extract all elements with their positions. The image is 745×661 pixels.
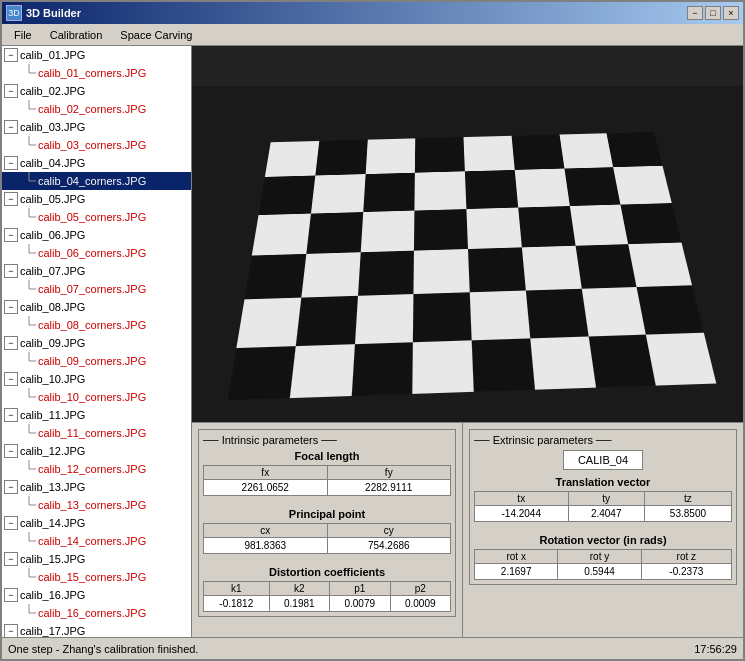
expand-icon-calib_02[interactable]: − [4, 84, 18, 98]
expand-icon-calib_09[interactable]: − [4, 336, 18, 350]
expand-icon-calib_08[interactable]: − [4, 300, 18, 314]
expand-icon-calib_07[interactable]: − [4, 264, 18, 278]
tree-child-calib_16[interactable]: calib_16_corners.JPG [2, 604, 191, 622]
expand-icon-calib_14[interactable]: − [4, 516, 18, 530]
main-window: 3D 3D Builder − □ × File Calibration Spa… [0, 0, 745, 661]
app-icon: 3D [6, 5, 22, 21]
tree-child-calib_06[interactable]: calib_06_corners.JPG [2, 244, 191, 262]
expand-icon-calib_15[interactable]: − [4, 552, 18, 566]
checker-cell-4-7 [636, 286, 703, 335]
expand-icon-calib_06[interactable]: − [4, 228, 18, 242]
tree-parent-calib_11[interactable]: −calib_11.JPG [2, 406, 191, 424]
tree-parent-calib_12[interactable]: −calib_12.JPG [2, 442, 191, 460]
tree-parent-calib_03[interactable]: −calib_03.JPG [2, 118, 191, 136]
checker-cell-3-5 [521, 246, 581, 291]
expand-icon-calib_04[interactable]: − [4, 156, 18, 170]
tree-child-calib_09[interactable]: calib_09_corners.JPG [2, 352, 191, 370]
expand-icon-calib_16[interactable]: − [4, 588, 18, 602]
rotx-value: 2.1697 [475, 564, 558, 580]
tree-parent-calib_15[interactable]: −calib_15.JPG [2, 550, 191, 568]
checker-cell-3-2 [357, 251, 414, 297]
p2-header: p2 [390, 582, 451, 596]
tree-child-calib_08[interactable]: calib_08_corners.JPG [2, 316, 191, 334]
tree-parent-calib_07[interactable]: −calib_07.JPG [2, 262, 191, 280]
tx-value: -14.2044 [475, 506, 569, 522]
tree-child-calib_01[interactable]: calib_01_corners.JPG [2, 64, 191, 82]
extrinsic-group: ── Extrinsic parameters ── CALIB_04 Tran… [469, 429, 737, 585]
menu-calibration[interactable]: Calibration [42, 27, 111, 43]
tree-child-label-calib_08: calib_08_corners.JPG [38, 319, 146, 331]
checker-cell-2-7 [620, 203, 681, 244]
tree-child-calib_13[interactable]: calib_13_corners.JPG [2, 496, 191, 514]
tree-parent-calib_16[interactable]: −calib_16.JPG [2, 586, 191, 604]
checker-cell-5-3 [412, 340, 473, 394]
menu-file[interactable]: File [6, 27, 40, 43]
tree-child-calib_15[interactable]: calib_15_corners.JPG [2, 568, 191, 586]
tree-parent-label-calib_08: calib_08.JPG [20, 301, 85, 313]
checker-cell-1-5 [514, 169, 569, 207]
checker-cell-0-2 [365, 138, 415, 174]
tz-header: tz [644, 492, 731, 506]
tree-child-calib_02[interactable]: calib_02_corners.JPG [2, 100, 191, 118]
checker-cell-0-7 [606, 132, 662, 168]
tree-child-calib_05[interactable]: calib_05_corners.JPG [2, 208, 191, 226]
expand-icon-calib_05[interactable]: − [4, 192, 18, 206]
maximize-button[interactable]: □ [705, 6, 721, 20]
focal-length-table: fx fy 2261.0652 2282.9111 [203, 465, 451, 496]
tree-child-calib_12[interactable]: calib_12_corners.JPG [2, 460, 191, 478]
tree-parent-calib_06[interactable]: −calib_06.JPG [2, 226, 191, 244]
tree-parent-calib_05[interactable]: −calib_05.JPG [2, 190, 191, 208]
tree-connector-calib_01 [22, 64, 36, 82]
checker-grid [227, 132, 716, 400]
file-tree-panel[interactable]: −calib_01.JPGcalib_01_corners.JPG−calib_… [2, 46, 192, 637]
title-bar-left: 3D 3D Builder [6, 5, 81, 21]
expand-icon-calib_12[interactable]: − [4, 444, 18, 458]
checker-cell-2-6 [569, 204, 628, 245]
menu-bar: File Calibration Space Carving [2, 24, 743, 46]
expand-icon-calib_17[interactable]: − [4, 624, 18, 637]
tree-parent-label-calib_17: calib_17.JPG [20, 625, 85, 637]
tree-connector-calib_07 [22, 280, 36, 298]
tree-parent-calib_14[interactable]: −calib_14.JPG [2, 514, 191, 532]
k1-value: -0.1812 [204, 596, 270, 612]
tree-parent-label-calib_13: calib_13.JPG [20, 481, 85, 493]
tree-child-calib_04[interactable]: calib_04_corners.JPG [2, 172, 191, 190]
tree-child-label-calib_03: calib_03_corners.JPG [38, 139, 146, 151]
expand-icon-calib_13[interactable]: − [4, 480, 18, 494]
tree-child-calib_14[interactable]: calib_14_corners.JPG [2, 532, 191, 550]
expand-icon-calib_03[interactable]: − [4, 120, 18, 134]
checker-cell-4-1 [295, 296, 357, 346]
tree-child-label-calib_02: calib_02_corners.JPG [38, 103, 146, 115]
tree-child-calib_10[interactable]: calib_10_corners.JPG [2, 388, 191, 406]
translation-table: tx ty tz -14.2044 2.4047 53.8500 [474, 491, 732, 522]
tree-child-label-calib_01: calib_01_corners.JPG [38, 67, 146, 79]
tree-parent-calib_02[interactable]: −calib_02.JPG [2, 82, 191, 100]
expand-icon-calib_11[interactable]: − [4, 408, 18, 422]
checker-cell-0-5 [511, 134, 564, 170]
minimize-button[interactable]: − [687, 6, 703, 20]
expand-icon-calib_01[interactable]: − [4, 48, 18, 62]
tree-connector-calib_16 [22, 604, 36, 622]
checker-cell-3-1 [301, 252, 360, 298]
menu-space-carving[interactable]: Space Carving [112, 27, 200, 43]
tree-parent-calib_17[interactable]: −calib_17.JPG [2, 622, 191, 637]
tree-parent-calib_09[interactable]: −calib_09.JPG [2, 334, 191, 352]
title-bar: 3D 3D Builder − □ × [2, 2, 743, 24]
tree-parent-calib_01[interactable]: −calib_01.JPG [2, 46, 191, 64]
tree-child-calib_07[interactable]: calib_07_corners.JPG [2, 280, 191, 298]
tree-child-calib_03[interactable]: calib_03_corners.JPG [2, 136, 191, 154]
checker-cell-3-6 [575, 244, 637, 289]
tree-parent-calib_04[interactable]: −calib_04.JPG [2, 154, 191, 172]
tree-parent-label-calib_09: calib_09.JPG [20, 337, 85, 349]
tree-parent-calib_13[interactable]: −calib_13.JPG [2, 478, 191, 496]
tree-child-calib_11[interactable]: calib_11_corners.JPG [2, 424, 191, 442]
cx-header: cx [204, 524, 328, 538]
checker-cell-1-4 [464, 170, 517, 209]
close-button[interactable]: × [723, 6, 739, 20]
checker-cell-3-7 [628, 243, 692, 288]
tree-parent-calib_08[interactable]: −calib_08.JPG [2, 298, 191, 316]
tree-parent-calib_10[interactable]: −calib_10.JPG [2, 370, 191, 388]
expand-icon-calib_10[interactable]: − [4, 372, 18, 386]
dark-top [192, 46, 743, 86]
tree-connector-calib_06 [22, 244, 36, 262]
